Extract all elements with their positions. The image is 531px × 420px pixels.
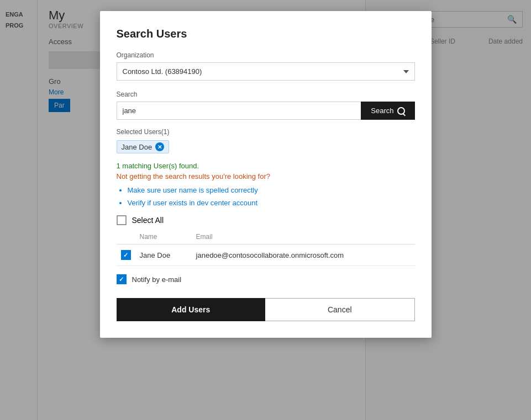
tip-2: Verify if user exists in dev center acco…	[128, 199, 415, 207]
search-input[interactable]	[117, 102, 361, 120]
row-name: Jane Doe	[135, 244, 192, 266]
results-table: Name Email Jane Doejanedoe@contosocollab…	[117, 230, 415, 266]
th-name: Name	[135, 230, 192, 244]
search-users-modal: Search Users Organization Contoso Ltd. (…	[100, 11, 432, 338]
tag-remove-button[interactable]: ✕	[155, 142, 164, 151]
table-header-row: Name Email	[117, 230, 415, 244]
search-button[interactable]: Search	[361, 102, 414, 120]
selected-user-name: Jane Doe	[122, 143, 153, 151]
search-label: Search	[117, 91, 415, 98]
notify-label: Notify by e-mail	[132, 275, 182, 284]
table-row[interactable]: Jane Doejanedoe@contosocollaborate.onmic…	[117, 244, 415, 266]
row-checkbox-cell[interactable]	[117, 244, 135, 266]
notify-row[interactable]: Notify by e-mail	[117, 274, 415, 284]
not-getting-results-text: Not getting the search results you're lo…	[117, 172, 415, 180]
modal-title: Search Users	[117, 28, 415, 40]
select-all-label: Select All	[132, 216, 164, 225]
row-email: janedoe@contosocollaborate.onmicrosoft.c…	[192, 244, 415, 266]
modal-footer: Add Users Cancel	[117, 298, 415, 321]
org-label: Organization	[117, 51, 415, 59]
selected-user-tag: Jane Doe ✕	[117, 140, 170, 153]
match-found-text: 1 matching User(s) found.	[117, 162, 415, 170]
match-found-count: 1 matching User(s) found.	[117, 162, 199, 170]
select-all-checkbox[interactable]	[117, 215, 127, 225]
add-users-button[interactable]: Add Users	[117, 298, 266, 321]
row-checkbox[interactable]	[121, 250, 131, 260]
tip-1: Make sure user name is spelled correctly	[128, 186, 415, 194]
th-checkbox	[117, 230, 135, 244]
select-all-row[interactable]: Select All	[117, 215, 415, 225]
search-button-icon	[397, 107, 405, 115]
tips-list: Make sure user name is spelled correctly…	[128, 186, 415, 207]
cancel-button[interactable]: Cancel	[265, 298, 415, 321]
modal-overlay: Search Users Organization Contoso Ltd. (…	[0, 0, 531, 420]
search-row: Search	[117, 102, 415, 120]
search-button-label: Search	[371, 107, 393, 115]
notify-checkbox[interactable]	[117, 274, 127, 284]
selected-users-label: Selected Users(1)	[117, 128, 415, 136]
org-select[interactable]: Contoso Ltd. (63894190)	[117, 62, 415, 81]
th-email: Email	[192, 230, 415, 244]
